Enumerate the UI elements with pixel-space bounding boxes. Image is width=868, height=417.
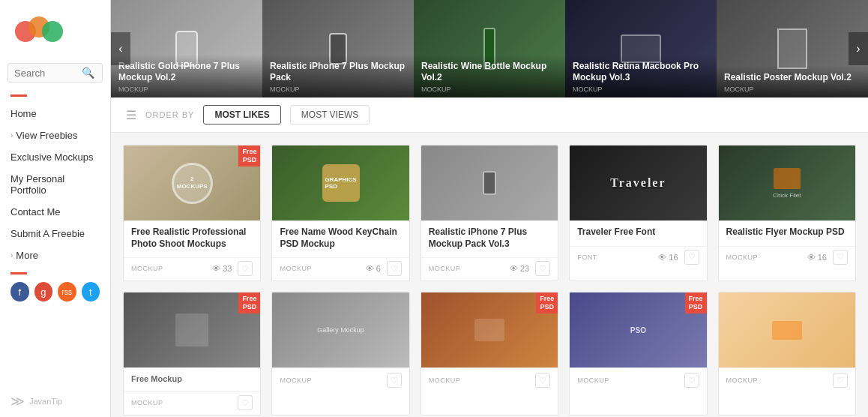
- card-8-like-button[interactable]: ♡: [535, 373, 550, 388]
- card-4-thumb: Traveler: [570, 146, 706, 220]
- slider-prev-button[interactable]: ‹: [111, 32, 130, 65]
- slider-item-5-overlay: Realistic Poster Mockup Vol.2 MOCKUP: [717, 66, 868, 98]
- card-9-like-button[interactable]: ♡: [684, 373, 699, 388]
- card-2-thumb: GRAPHICSPSD: [272, 146, 409, 220]
- card-6-tag: MOCKUP: [131, 399, 163, 406]
- slider-item-1-tag: MOCKUP: [118, 86, 255, 93]
- card-6-stats: ♡: [238, 395, 253, 410]
- slider-item-5-title: Realistic Poster Mockup Vol.2: [724, 72, 861, 84]
- card-9-footer: MOCKUP ♡: [570, 368, 706, 392]
- card-6-like-button[interactable]: ♡: [238, 395, 253, 410]
- sidebar-item-exclusive-mockups[interactable]: Exclusive Mockups: [0, 146, 110, 168]
- eye-icon-4: 👁: [658, 253, 666, 262]
- card-5-body: Realistic Flyer Mockup PSD: [719, 220, 855, 246]
- card-2-stats: 👁 6 ♡: [366, 261, 402, 276]
- brand-arrow-icon: ≫: [10, 393, 25, 410]
- facebook-icon[interactable]: f: [10, 282, 29, 302]
- card-10-like-button[interactable]: ♡: [833, 373, 848, 388]
- card-4-like-button[interactable]: ♡: [684, 250, 699, 265]
- card-8[interactable]: FreePSD MOCKUP ♡: [421, 292, 558, 416]
- svg-point-2: [42, 21, 63, 42]
- card-3-tag: MOCKUP: [429, 265, 461, 272]
- slider-item-3-tag: MOCKUP: [421, 86, 558, 93]
- card-4[interactable]: Traveler Traveler Free Font FONT 👁 16 ♡: [569, 145, 707, 281]
- card-3-views: 👁 23: [510, 264, 529, 273]
- card-9-stats: ♡: [684, 373, 699, 388]
- card-9[interactable]: PSO FreePSD MOCKUP ♡: [569, 292, 707, 416]
- slider-item-4[interactable]: Realistic Retina Macbook Pro Mockup Vol.…: [565, 0, 717, 98]
- card-4-footer: FONT 👁 16 ♡: [570, 246, 706, 269]
- card-7-stats: ♡: [387, 373, 402, 388]
- slider-item-4-title: Realistic Retina Macbook Pro Mockup Vol.…: [573, 61, 709, 84]
- card-6-thumb: FreePSD: [124, 292, 260, 368]
- card-8-stats: ♡: [535, 373, 550, 388]
- free-badge-9: FreePSD: [685, 292, 707, 314]
- card-3[interactable]: Realistic iPhone 7 Plus Mockup Pack Vol.…: [421, 145, 558, 281]
- social-icons: f g rss t: [0, 282, 110, 309]
- brand-footer: ≫ JavanTip: [0, 387, 110, 417]
- sidebar-item-view-freebies[interactable]: › View Freebies: [0, 124, 110, 146]
- sidebar-item-more[interactable]: › More: [0, 244, 110, 266]
- card-2-footer: MOCKUP 👁 6 ♡: [272, 257, 409, 280]
- slider-item-5[interactable]: Realistic Poster Mockup Vol.2 MOCKUP: [717, 0, 868, 98]
- slider-item-3-overlay: Realistic Wine Bottle Mockup Vol.2 MOCKU…: [414, 55, 565, 98]
- card-7[interactable]: Gallery Mockup MOCKUP ♡: [271, 292, 409, 416]
- card-1[interactable]: 2MOCKUPS FreePSD Free Realistic Professi…: [123, 145, 261, 281]
- hero-slider: ‹ Realistic Gold iPhone 7 Plus Mockup Vo…: [111, 0, 868, 98]
- card-3-body: Realistic iPhone 7 Plus Mockup Pack Vol.…: [421, 220, 558, 257]
- card-10-thumb: [719, 292, 855, 368]
- order-by-label: ORDER BY: [145, 110, 194, 119]
- card-6-body: Free Mockup: [124, 368, 260, 392]
- slider-item-2-overlay: Realistic iPhone 7 Plus Mockup Pack MOCK…: [262, 55, 414, 98]
- search-input[interactable]: [14, 68, 82, 79]
- card-8-thumb: FreePSD: [421, 292, 558, 368]
- most-views-button[interactable]: MOST VIEWS: [290, 105, 370, 124]
- slider-next-button[interactable]: ›: [849, 32, 868, 65]
- search-box[interactable]: 🔍: [7, 63, 103, 82]
- free-badge-8: FreePSD: [536, 292, 558, 314]
- sidebar-item-portfolio[interactable]: My Personal Portfolio: [0, 168, 110, 201]
- slider-items: Realistic Gold iPhone 7 Plus Mockup Vol.…: [111, 0, 868, 98]
- twitter-icon[interactable]: t: [82, 282, 100, 302]
- card-2[interactable]: GRAPHICSPSD Free Name Wood KeyChain PSD …: [271, 145, 409, 281]
- card-3-phone: [483, 171, 496, 195]
- sidebar-item-submit[interactable]: Submit A Freebie: [0, 223, 110, 244]
- card-2-like-button[interactable]: ♡: [387, 261, 402, 276]
- card-3-stats: 👁 23 ♡: [510, 261, 550, 276]
- card-7-like-button[interactable]: ♡: [387, 373, 402, 388]
- slider-item-3-title: Realistic Wine Bottle Mockup Vol.2: [421, 61, 558, 84]
- card-5-like-button[interactable]: ♡: [833, 250, 848, 265]
- card-1-thumb: 2MOCKUPS FreePSD: [124, 146, 260, 220]
- google-plus-icon[interactable]: g: [34, 282, 53, 302]
- sidebar: 🔍 Home › View Freebies Exclusive Mockups…: [0, 0, 111, 417]
- main-content: ‹ Realistic Gold iPhone 7 Plus Mockup Vo…: [111, 0, 868, 417]
- list-view-icon[interactable]: ☰: [126, 108, 136, 122]
- card-9-tag: MOCKUP: [577, 376, 609, 384]
- card-4-text-logo: Traveler: [610, 176, 666, 190]
- card-1-like-button[interactable]: ♡: [238, 261, 253, 276]
- card-10[interactable]: MOCKUP ♡: [718, 292, 856, 416]
- rss-icon[interactable]: rss: [58, 282, 76, 302]
- slider-item-1[interactable]: Realistic Gold iPhone 7 Plus Mockup Vol.…: [111, 0, 262, 98]
- card-1-body: Free Realistic Professional Photo Shoot …: [124, 220, 260, 257]
- slider-item-2[interactable]: Realistic iPhone 7 Plus Mockup Pack MOCK…: [262, 0, 414, 98]
- card-4-tag: FONT: [577, 254, 597, 261]
- slider-item-3[interactable]: Realistic Wine Bottle Mockup Vol.2 MOCKU…: [414, 0, 565, 98]
- slider-item-4-tag: MOCKUP: [573, 86, 709, 93]
- card-5-stats: 👁 16 ♡: [807, 250, 848, 265]
- card-10-stats: ♡: [833, 373, 848, 388]
- slider-item-1-overlay: Realistic Gold iPhone 7 Plus Mockup Vol.…: [111, 55, 262, 98]
- sidebar-item-home[interactable]: Home: [0, 103, 110, 124]
- card-4-stats: 👁 16 ♡: [658, 250, 699, 265]
- card-3-like-button[interactable]: ♡: [535, 261, 550, 276]
- card-3-footer: MOCKUP 👁 23 ♡: [421, 257, 558, 280]
- card-5[interactable]: Chick Filet Realistic Flyer Mockup PSD M…: [718, 145, 856, 281]
- most-likes-button[interactable]: MOST LIKES: [203, 105, 280, 124]
- eye-icon-1: 👁: [212, 264, 220, 273]
- card-1-title: Free Realistic Professional Photo Shoot …: [131, 226, 253, 250]
- slider-item-4-overlay: Realistic Retina Macbook Pro Mockup Vol.…: [565, 55, 717, 98]
- slider-item-1-title: Realistic Gold iPhone 7 Plus Mockup Vol.…: [118, 61, 255, 84]
- card-6[interactable]: FreePSD Free Mockup MOCKUP ♡: [123, 292, 261, 416]
- card-6-title: Free Mockup: [131, 374, 253, 384]
- sidebar-item-contact[interactable]: Contact Me: [0, 201, 110, 223]
